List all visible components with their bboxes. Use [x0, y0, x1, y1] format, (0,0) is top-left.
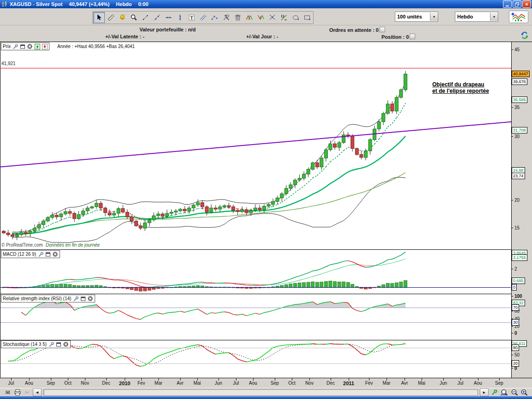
drawing-toolbar: T12 100 unités ▼ Hebdo ▼ — [0, 8, 532, 25]
rsi-panel-title: Relative strength index (RSI) (14) — [3, 296, 71, 301]
candle — [329, 144, 332, 150]
macd-detach-button[interactable] — [45, 251, 51, 257]
ruler-tool-button[interactable] — [105, 12, 116, 23]
arrow-right-icon: ▶ — [483, 391, 485, 394]
candle — [391, 104, 394, 111]
candle — [272, 201, 275, 204]
chart-canvas[interactable] — [0, 0, 532, 399]
candle — [64, 212, 67, 214]
scroll-left-button[interactable]: ◀ — [33, 388, 42, 396]
stoch-close-button[interactable] — [63, 341, 69, 347]
candle — [333, 144, 337, 147]
candle — [152, 216, 156, 220]
month-label: Jun — [215, 381, 222, 386]
chart-style-button[interactable] — [509, 11, 528, 23]
crossed-lines-tool-button[interactable] — [266, 12, 278, 23]
delete-tool-button[interactable] — [232, 12, 243, 23]
parallel-lines-icon — [200, 14, 207, 21]
year-stats: Année : +Haut 40,9556 +Bas 26,4041 — [57, 44, 135, 49]
streaming-icon[interactable] — [520, 31, 529, 40]
chart-settings-button[interactable] — [490, 389, 498, 396]
print-button[interactable] — [13, 389, 21, 396]
restore-icon — [515, 2, 519, 6]
candle — [360, 155, 363, 157]
bullish-pattern-tool-button[interactable] — [243, 12, 255, 23]
vertical-line-tool-button[interactable] — [174, 12, 186, 23]
axis-tick-label: 15 — [511, 225, 520, 231]
candle — [342, 135, 345, 143]
macd-settings-button[interactable] — [37, 251, 43, 257]
scroll-right-button[interactable]: ▶ — [480, 388, 489, 396]
candle — [99, 203, 103, 208]
price-settings-button[interactable] — [12, 43, 18, 49]
stoch-settings-button[interactable] — [48, 341, 54, 347]
title-time: 0:00 — [138, 1, 148, 7]
mail-button[interactable]: ✉ — [4, 389, 12, 396]
segment-icon — [142, 14, 149, 21]
orders-detail-icon[interactable] — [380, 27, 385, 32]
svg-text:T: T — [190, 15, 193, 20]
portfolio-value: Valeur portefeuille : n/d — [139, 27, 196, 32]
zoom-in-button[interactable] — [520, 389, 528, 396]
rectangle-tool-button[interactable] — [301, 12, 313, 23]
axis-tick-label: 2 — [511, 266, 517, 272]
restore-button[interactable] — [513, 0, 521, 8]
axis-tick-label: 45 — [511, 47, 520, 53]
right-price-axis[interactable]: 453530201540,944739,67636,58531,70824,88… — [511, 0, 532, 399]
cut-button[interactable]: ✂ — [23, 389, 31, 396]
zoom-tool-button[interactable] — [128, 12, 139, 23]
units-dropdown[interactable]: 100 unités ▼ — [395, 12, 438, 22]
horizontal-line-tool-button[interactable] — [163, 12, 174, 23]
position-detail-icon[interactable] — [410, 34, 415, 39]
rsi-detach-button[interactable] — [80, 296, 86, 302]
alert-bell-tool-button[interactable] — [116, 12, 128, 23]
macd-close-button[interactable] — [52, 251, 58, 257]
minimize-button[interactable] — [503, 0, 512, 8]
ellipse-tool-button[interactable] — [290, 12, 301, 23]
axis-value-box: 80 — [512, 345, 519, 351]
text-tool-button[interactable]: T — [186, 12, 197, 23]
candle — [218, 207, 222, 209]
candle — [263, 206, 266, 210]
price-detach-button[interactable] — [19, 43, 25, 49]
price-close-button[interactable] — [27, 43, 33, 49]
month-label: Aou — [474, 381, 482, 386]
candle — [29, 231, 32, 234]
timeframe-dropdown[interactable]: Hebdo ▼ — [455, 12, 498, 22]
candle — [11, 235, 14, 236]
candle — [60, 214, 63, 217]
candle — [373, 129, 376, 139]
polyline-tool-button[interactable] — [209, 12, 220, 23]
segment-tool-button[interactable] — [139, 12, 151, 23]
rsi-settings-button[interactable] — [73, 296, 79, 302]
candle — [42, 221, 45, 225]
wrench-icon — [73, 296, 79, 302]
parallel-lines-tool-button[interactable] — [197, 12, 209, 23]
month-label: Jun — [440, 381, 447, 386]
trendline-tool-button[interactable] — [151, 12, 163, 23]
candle — [117, 209, 120, 213]
candle — [46, 218, 49, 221]
candle — [245, 210, 248, 212]
chart-style-icon — [511, 12, 526, 22]
zoom-out-button[interactable] — [511, 389, 519, 396]
zoom-fit-icon — [500, 389, 509, 396]
time-axis[interactable]: JulAouSepOctNovDec2010FevMarAvrMaiJunJul… — [0, 378, 532, 388]
close-icon — [52, 251, 58, 257]
price-scale-down-button[interactable] — [42, 43, 48, 49]
stoch-detach-button[interactable] — [55, 341, 61, 347]
drawing-settings-tool-button[interactable] — [220, 12, 232, 23]
bullish-pattern-icon — [246, 14, 253, 21]
candle — [364, 151, 367, 157]
zoom-fit-button[interactable] — [500, 389, 509, 396]
rsi-close-button[interactable] — [87, 296, 93, 302]
price-scale-up-button[interactable] — [34, 43, 40, 49]
account-bar: Valeur portefeuille : n/d Ordres en atte… — [0, 25, 532, 42]
axis-tick-label: 35 — [511, 104, 520, 110]
pointer-tool-button[interactable] — [93, 12, 105, 23]
horizontal-scrollbar[interactable] — [43, 389, 478, 396]
vertical-line-icon — [176, 14, 184, 21]
bearish-pattern-tool-button[interactable] — [255, 12, 266, 23]
close-button[interactable]: × — [522, 0, 531, 8]
price-label-tool-button[interactable]: 12 — [278, 12, 290, 23]
